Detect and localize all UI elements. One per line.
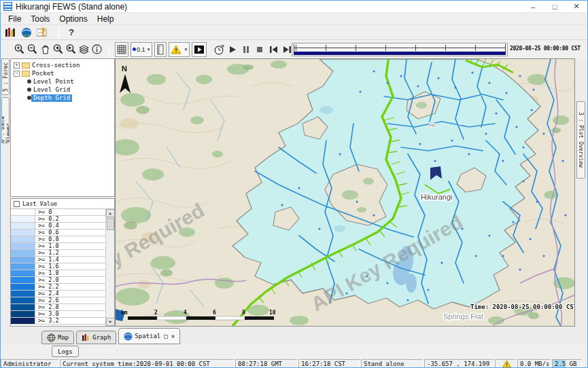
tab-maximize-icon[interactable]: □ [164, 333, 167, 339]
collapse-minus-icon[interactable]: − [14, 71, 20, 77]
status-bar: Administrator Current system time:2020-0… [1, 359, 588, 368]
tree-item-depth-grid[interactable]: Depth Grid [11, 94, 114, 102]
tree-item-cross-section[interactable]: + Cross-section [11, 61, 114, 69]
place-label: Springs Flat [443, 312, 483, 320]
legend-row: >= 3.2 [11, 318, 105, 325]
legend-color-swatch [11, 318, 35, 324]
time-slider[interactable] [292, 43, 508, 56]
menu-options[interactable]: Options [54, 14, 92, 24]
pan-hand-icon[interactable] [39, 43, 52, 56]
help-button[interactable]: ? [69, 27, 74, 37]
animation-settings-clock-icon[interactable] [213, 43, 226, 56]
map-canvas[interactable]: API Key Required API Key Required Hikura… [115, 58, 575, 327]
app-logo-icon [3, 2, 12, 11]
threshold-value: 0.1 [137, 46, 145, 53]
legend-value-label: >= 2.2 [35, 284, 59, 290]
legend-color-swatch [11, 263, 35, 270]
bar-chart-icon [82, 333, 90, 342]
tree-item-label: Cross-section [30, 62, 82, 69]
dock-tab-data-viewer[interactable]: 6 : Data Viewer [1, 97, 10, 143]
chevron-down-icon: ▼ [147, 48, 151, 52]
tree-item-label-selected: Depth Grid [31, 94, 72, 102]
town-label: Hikurangi [421, 193, 452, 201]
menu-help[interactable]: Help [92, 14, 119, 24]
tree-item-level-point[interactable]: Level Point [11, 77, 114, 86]
tab-map[interactable]: Map [41, 331, 74, 344]
legend-value-label: >= 1.4 [35, 257, 59, 263]
logs-button[interactable]: Logs [52, 346, 79, 357]
legend-value-label: >= 1.6 [35, 263, 59, 270]
legend-color-swatch [11, 291, 35, 297]
maximize-button[interactable]: □ [544, 1, 566, 12]
globe-icon [124, 332, 133, 341]
play-button[interactable] [226, 43, 239, 56]
status-warning-cell[interactable] [495, 359, 517, 368]
dock-tab-forecast[interactable]: 5 : Forec [1, 58, 10, 95]
legend-color-swatch [11, 216, 35, 222]
menu-tools[interactable]: Tools [26, 14, 54, 24]
legend-color-swatch [11, 229, 35, 236]
scrollbar-thumb[interactable] [107, 218, 114, 230]
zoom-next-icon[interactable] [65, 43, 77, 56]
info-icon[interactable] [90, 43, 103, 56]
toolbar-separator [58, 27, 59, 38]
legend-color-swatch [11, 257, 35, 263]
zoom-in-icon[interactable] [13, 43, 26, 56]
close-button[interactable]: ✕ [566, 1, 587, 12]
pause-button[interactable] [239, 43, 253, 56]
dock-tab-plot-overview[interactable]: 3 : Plot Overview [576, 101, 585, 179]
tree-item-pocket[interactable]: − Pocket [11, 69, 114, 77]
road-label: H1 [430, 123, 436, 128]
tree-item-level-grid[interactable]: Level Grid [11, 86, 114, 94]
folder-icon [22, 71, 30, 77]
legend-value-label: >= 3.2 [35, 318, 59, 324]
animation-movie-button[interactable] [192, 42, 207, 57]
map-time-label: Time: 2020-08-25 00:00:00 CST [470, 303, 574, 310]
warning-threshold-dropdown[interactable]: ▼ [169, 42, 190, 57]
grid-display-button[interactable] [115, 42, 128, 57]
legend-value-label: >= 2.4 [35, 291, 59, 297]
scale-tick-label: 2 [154, 310, 158, 316]
minimize-button[interactable]: – [522, 1, 544, 12]
tab-spatial[interactable]: Spatial □ ✕ [118, 328, 180, 344]
layers-icon[interactable] [77, 43, 90, 56]
status-mode: Stand alone [361, 359, 423, 368]
main-area: 5 : Forec 6 : Data Viewer + Cross-sectio… [1, 58, 588, 327]
legend-color-swatch [11, 223, 35, 229]
chevron-down-icon: ▼ [184, 48, 188, 52]
scroll-up-icon[interactable]: ▲ [106, 209, 115, 217]
expand-plus-icon[interactable]: + [14, 62, 20, 69]
app-window: Hikurangi FEWS (Stand alone) – □ ✕ File … [0, 0, 588, 368]
bottom-tab-bar: Map Graph Spatial □ ✕ [1, 327, 588, 344]
status-gmt-time: 08:27:18 GMT [235, 359, 298, 368]
tab-close-icon[interactable]: ✕ [171, 333, 175, 339]
legend-color-swatch [11, 304, 35, 310]
layer-tree: + Cross-section − Pocket Level Point Lev… [10, 58, 115, 197]
legend-table: >= 0 >= 0.2 >= 0.4 [11, 209, 105, 326]
status-system-time: Current system time:2020-09-01 00:00 CST [60, 359, 235, 368]
scale-tick-label: 10 [269, 310, 276, 316]
grid-threshold-dropdown[interactable]: 0.1 ▼ [131, 42, 152, 57]
memory-label: 2.5 GB [555, 361, 577, 367]
menu-bar: File Tools Options Help [1, 13, 587, 24]
scale-ruler-button[interactable] [154, 42, 167, 57]
stop-button[interactable] [253, 43, 266, 56]
timeseries-dialog-icon[interactable] [37, 26, 49, 38]
status-user: Administrator [1, 359, 59, 368]
folder-icon [22, 62, 30, 69]
tab-graph[interactable]: Graph [76, 331, 116, 344]
menu-file[interactable]: File [3, 14, 26, 24]
scroll-down-icon[interactable]: ▼ [106, 318, 115, 326]
north-label: N [122, 65, 127, 73]
globe-explorer-icon[interactable] [20, 26, 33, 38]
time-slider-range-bar[interactable] [294, 52, 506, 55]
database-display-icon[interactable] [4, 26, 16, 38]
legend-value-label: >= 0.2 [35, 216, 59, 222]
legend-scrollbar[interactable]: ▲ ▼ [105, 209, 114, 326]
last-value-checkbox[interactable] [14, 201, 20, 207]
zoom-out-icon[interactable] [26, 43, 39, 56]
legend-color-swatch [11, 311, 35, 317]
zoom-previous-icon[interactable] [52, 43, 65, 56]
map-graphics: API Key Required API Key Required Hikura… [116, 59, 574, 326]
skip-to-start-button[interactable] [266, 43, 280, 56]
